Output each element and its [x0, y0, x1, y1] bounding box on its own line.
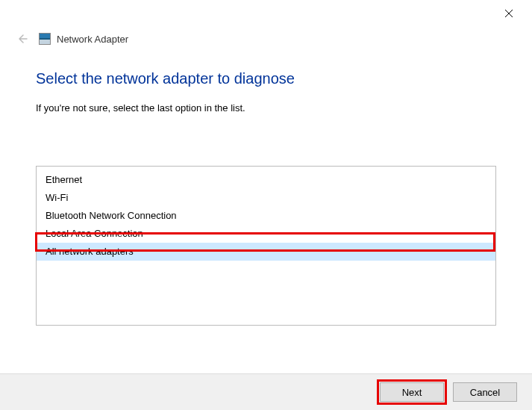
back-arrow-icon [16, 33, 28, 45]
list-item-selected[interactable]: All network adapters [37, 243, 495, 261]
footer-bar: Next Cancel [0, 373, 532, 410]
list-item[interactable]: Bluetooth Network Connection [37, 207, 495, 225]
annotation-highlight-button: Next [377, 379, 447, 405]
next-button[interactable]: Next [380, 382, 444, 402]
cancel-button[interactable]: Cancel [453, 382, 517, 402]
list-item[interactable]: Ethernet [37, 171, 495, 189]
page-heading: Select the network adapter to diagnose [36, 70, 496, 87]
adapter-listbox[interactable]: Ethernet Wi-Fi Bluetooth Network Connect… [36, 166, 496, 326]
page-subtext: If you're not sure, select the last opti… [36, 102, 496, 114]
window-title: Network Adapter [57, 34, 128, 45]
close-icon [504, 9, 513, 18]
network-adapter-icon [39, 33, 51, 45]
title-bar [0, 0, 532, 27]
content-area: Select the network adapter to diagnose I… [0, 49, 532, 326]
header-row: Network Adapter [0, 28, 532, 49]
close-button[interactable] [492, 1, 526, 25]
list-item[interactable]: Local Area Connection [37, 225, 495, 243]
back-button[interactable] [13, 31, 30, 47]
list-item[interactable]: Wi-Fi [37, 189, 495, 207]
